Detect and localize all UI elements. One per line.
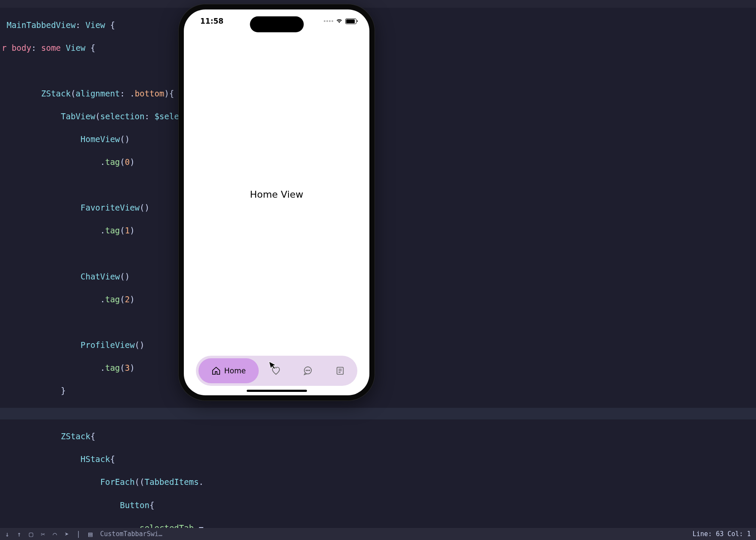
- dynamic-island: [250, 16, 304, 32]
- type-name: MainTabbedView: [6, 20, 75, 30]
- tab-profile[interactable]: [325, 358, 355, 383]
- scissors-icon[interactable]: ✂: [41, 530, 45, 538]
- home-indicator[interactable]: [247, 390, 307, 392]
- svg-point-1: [306, 370, 307, 370]
- bottom-status-bar: ↓ ↑ ▢ ✂ ⌒ ➤ | ▤ CustomTabbarSwi… Line: 6…: [0, 528, 756, 540]
- battery-icon: [345, 19, 356, 24]
- content-text: Home View: [250, 189, 303, 200]
- svg-point-2: [308, 370, 308, 370]
- arrow-down-icon[interactable]: ↓: [5, 530, 9, 538]
- home-icon: [211, 366, 221, 376]
- signal-icon: [324, 20, 333, 22]
- file-icon: ▤: [88, 530, 93, 538]
- box-icon[interactable]: ▢: [29, 530, 33, 538]
- top-breadcrumb-bar: [0, 0, 756, 8]
- location-icon[interactable]: ➤: [65, 530, 69, 538]
- iphone-simulator[interactable]: 11:58 Home View: [179, 4, 375, 400]
- profile-icon: [335, 366, 345, 376]
- tab-home-label: Home: [224, 366, 246, 375]
- tab-chat[interactable]: [293, 358, 322, 383]
- wifi-icon: [336, 19, 343, 24]
- phone-content: Home View: [184, 33, 369, 356]
- chat-icon: [303, 366, 313, 376]
- cursor-position: Line: 63 Col: 1: [693, 530, 751, 538]
- svg-point-3: [309, 370, 310, 370]
- arrow-up-icon[interactable]: ↑: [17, 530, 22, 538]
- tab-home[interactable]: Home: [198, 358, 259, 383]
- status-time: 11:58: [200, 17, 223, 25]
- current-file: CustomTabbarSwi…: [100, 530, 163, 538]
- code-editor[interactable]: MainTabbedView: View { r body: some View…: [0, 8, 756, 528]
- arc-icon[interactable]: ⌒: [53, 530, 57, 538]
